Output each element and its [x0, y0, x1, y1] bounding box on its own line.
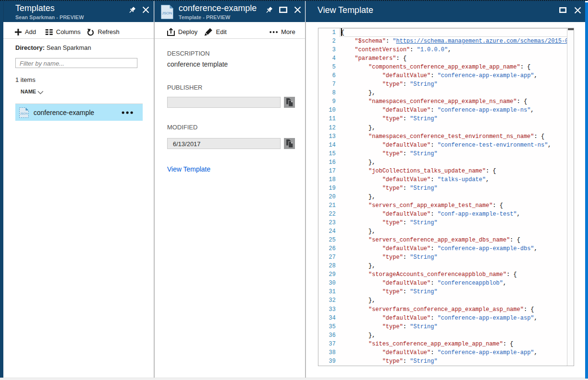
- svg-text:JSON: JSON: [162, 11, 172, 15]
- svg-text:JSON: JSON: [20, 112, 28, 115]
